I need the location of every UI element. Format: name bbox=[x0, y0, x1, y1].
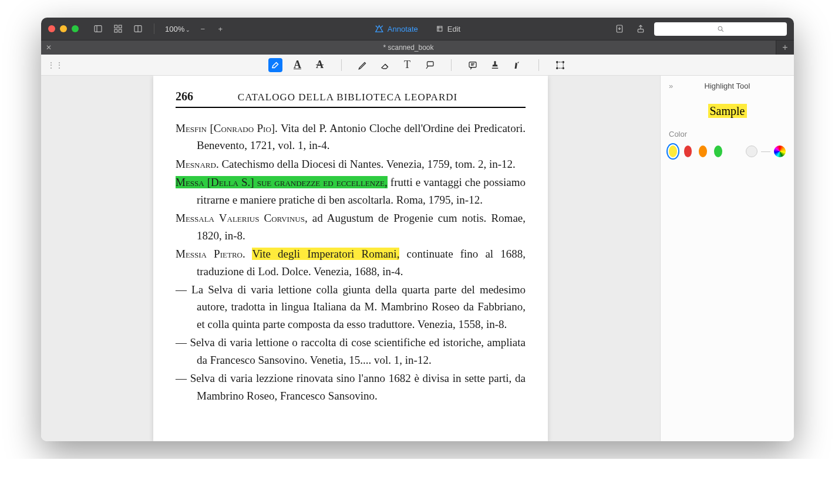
svg-point-11 bbox=[718, 26, 722, 31]
document-viewport[interactable]: 266 CATALOGO DELLA BIBLIOTECA LEOPARDI M… bbox=[41, 76, 660, 441]
svg-rect-14 bbox=[469, 62, 476, 67]
two-page-button[interactable] bbox=[130, 22, 146, 36]
titlebar: 100%⌄ − + Annotate Edit bbox=[41, 18, 794, 40]
page-number: 266 bbox=[176, 90, 193, 103]
page-header: 266 CATALOGO DELLA BIBLIOTECA LEOPARDI bbox=[176, 90, 526, 108]
edit-label: Edit bbox=[447, 25, 460, 33]
entry-text: La Selva di varia lettione colla giunta … bbox=[187, 283, 526, 330]
color-none[interactable] bbox=[746, 146, 757, 157]
zoom-out-button[interactable]: − bbox=[195, 22, 210, 36]
color-orange[interactable] bbox=[699, 146, 707, 157]
thumbnail-handle[interactable]: ⋮⋮ bbox=[47, 60, 63, 70]
tab-title: * scanned_book bbox=[383, 43, 433, 52]
catalog-entry: Messa [Della S.] sue grandezze ed eccell… bbox=[176, 174, 526, 208]
continuation-dash: — bbox=[176, 372, 187, 384]
author-name: Messia Pietro. bbox=[176, 248, 245, 260]
catalog-entry: — Selva di varia lettione o raccolta di … bbox=[176, 334, 526, 368]
callout-tool-button[interactable] bbox=[423, 58, 437, 72]
zoom-in-button[interactable]: + bbox=[213, 22, 228, 36]
svg-line-12 bbox=[722, 30, 723, 32]
content-area: 266 CATALOGO DELLA BIBLIOTECA LEOPARDI M… bbox=[41, 76, 794, 441]
svg-rect-4 bbox=[115, 29, 117, 32]
eraser-tool-button[interactable] bbox=[378, 58, 392, 72]
sidebar-collapse-button[interactable]: » bbox=[669, 82, 673, 90]
app-window: 100%⌄ − + Annotate Edit bbox=[41, 18, 794, 441]
svg-rect-2 bbox=[115, 25, 117, 28]
stamp-tool-button[interactable] bbox=[488, 58, 502, 72]
note-tool-button[interactable] bbox=[466, 58, 480, 72]
edit-mode-button[interactable]: Edit bbox=[436, 25, 460, 33]
underline-tool-button[interactable]: A bbox=[291, 58, 305, 72]
catalog-entry: — La Selva di varia lettione colla giunt… bbox=[176, 281, 526, 333]
document-tab[interactable]: ✕ * scanned_book bbox=[41, 40, 776, 55]
zoom-control: 100%⌄ − + bbox=[163, 22, 228, 36]
author-name: Mesnard. bbox=[176, 158, 219, 170]
highlight-sample: Sample bbox=[708, 104, 747, 118]
strikethrough-tool-button[interactable]: A bbox=[313, 58, 327, 72]
sidebar-toggle-button[interactable] bbox=[90, 22, 106, 36]
separator bbox=[538, 59, 539, 71]
catalog-entry: Messia Pietro. Vite degli Imperatori Rom… bbox=[176, 245, 526, 280]
grid-view-button[interactable] bbox=[110, 22, 126, 36]
entry-text: Selva di varia lettione o raccolta di co… bbox=[187, 336, 526, 366]
continuation-dash: — bbox=[176, 336, 187, 349]
titlebar-right bbox=[612, 22, 787, 36]
svg-rect-17 bbox=[557, 62, 563, 68]
color-yellow[interactable] bbox=[669, 146, 677, 157]
traffic-lights bbox=[48, 25, 79, 32]
catalog-entry: Mesfin [Conrado Pio]. Vita del P. Antoni… bbox=[176, 120, 526, 154]
author-name: Messala Valerius Corvinus, bbox=[176, 212, 308, 224]
annotation-toolbar: ⋮⋮ A A T bbox=[41, 55, 794, 76]
share-button[interactable] bbox=[633, 22, 648, 36]
color-green[interactable] bbox=[714, 146, 722, 157]
entry-text: Selva di varia lezzione rinovata sino l'… bbox=[187, 372, 526, 401]
continuation-dash: — bbox=[176, 283, 187, 296]
entry-text: Catechismo della Diocesi di Nantes. Vene… bbox=[219, 158, 516, 170]
catalog-entry: Mesnard. Catechismo della Diocesi di Nan… bbox=[176, 155, 526, 172]
document-page: 266 CATALOGO DELLA BIBLIOTECA LEOPARDI M… bbox=[153, 76, 548, 441]
text-tool-button[interactable]: T bbox=[400, 58, 415, 72]
svg-rect-5 bbox=[119, 29, 122, 32]
svg-point-21 bbox=[563, 67, 564, 69]
sample-text: Sample bbox=[708, 104, 747, 118]
catalog-entry: — Selva di varia lezzione rinovata sino … bbox=[176, 370, 526, 404]
svg-rect-0 bbox=[95, 26, 102, 32]
pencil-tool-button[interactable] bbox=[356, 58, 370, 72]
mode-switcher: Annotate Edit bbox=[375, 24, 460, 33]
page-title: CATALOGO DELLA BIBLIOTECA LEOPARDI bbox=[193, 92, 526, 103]
search-input[interactable] bbox=[654, 22, 787, 36]
svg-rect-8 bbox=[437, 26, 442, 31]
sidebar-title: Highlight Tool bbox=[705, 82, 750, 90]
annotate-mode-button[interactable]: Annotate bbox=[375, 24, 418, 33]
svg-rect-10 bbox=[638, 29, 643, 32]
entries-list: Mesfin [Conrado Pio]. Vita del P. Antoni… bbox=[176, 120, 526, 404]
highlight-tool-button[interactable] bbox=[268, 58, 282, 72]
color-swatches: — bbox=[669, 146, 786, 157]
annotate-label: Annotate bbox=[388, 25, 418, 33]
color-picker-button[interactable] bbox=[774, 146, 786, 157]
svg-rect-3 bbox=[119, 25, 122, 28]
author-name: Mesfin [Conrado Pio]. bbox=[176, 122, 278, 134]
highlighted-text[interactable]: Vite degli Imperatori Romani, bbox=[252, 248, 399, 260]
svg-point-19 bbox=[563, 61, 564, 62]
new-tab-button[interactable]: + bbox=[776, 40, 794, 55]
catalog-entry: Messala Valerius Corvinus, ad Augustum d… bbox=[176, 209, 526, 244]
zoom-dropdown[interactable]: 100%⌄ bbox=[163, 25, 193, 33]
window-maximize-button[interactable] bbox=[72, 25, 79, 32]
selection-tool-button[interactable] bbox=[553, 58, 567, 72]
separator bbox=[341, 59, 342, 71]
window-close-button[interactable] bbox=[48, 25, 55, 32]
highlighted-text[interactable]: Messa [Della S.] sue grandezze ed eccell… bbox=[176, 176, 388, 188]
window-minimize-button[interactable] bbox=[60, 25, 67, 32]
svg-point-18 bbox=[556, 61, 557, 62]
svg-point-20 bbox=[556, 67, 557, 69]
tabbar: ✕ * scanned_book + bbox=[41, 40, 794, 55]
color-label: Color bbox=[669, 130, 786, 138]
tab-close-button[interactable]: ✕ bbox=[46, 43, 52, 52]
inspector-sidebar: » Highlight Tool Sample Color — bbox=[660, 76, 794, 441]
import-button[interactable] bbox=[612, 22, 627, 36]
signature-tool-button[interactable] bbox=[510, 58, 524, 72]
separator bbox=[451, 59, 452, 71]
search-icon bbox=[717, 25, 725, 33]
color-red[interactable] bbox=[684, 146, 692, 157]
